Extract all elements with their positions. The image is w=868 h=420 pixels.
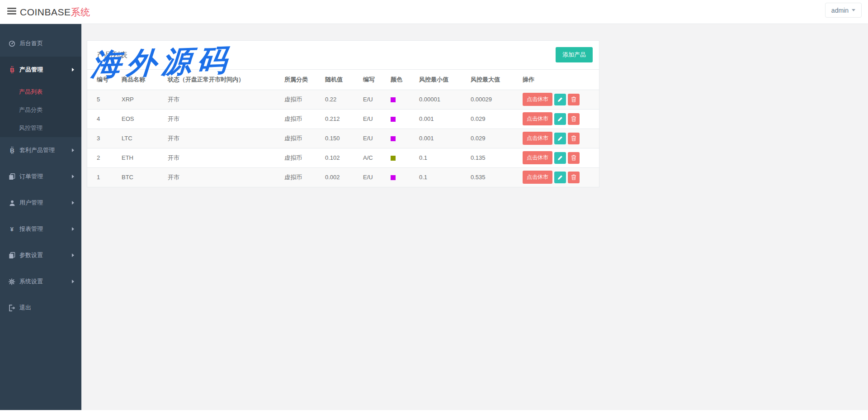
main-content: 海外源码 产品列表 添加产品 编号商品名称状态（开盘正常开市时间内）所属分类随机… (81, 24, 868, 410)
cell-abbr: E/U (359, 129, 387, 148)
sidebar-item-arbitrage-product-management[interactable]: B套利产品管理 (0, 137, 81, 163)
cell-max: 0.029 (467, 109, 519, 129)
sidebar-item-dashboard[interactable]: 后台首页 (0, 30, 81, 57)
cell-category: 虚拟币 (281, 109, 321, 129)
add-product-button[interactable]: 添加产品 (556, 47, 593, 62)
cell-name: ETH (118, 148, 164, 167)
sidebar-subitem-product-list[interactable]: 产品列表 (0, 83, 81, 101)
cell-actions: 点击休市 (519, 167, 599, 187)
toggle-market-button[interactable]: 点击休市 (523, 112, 552, 125)
delete-button[interactable] (568, 113, 580, 125)
cell-random: 0.150 (321, 129, 359, 148)
column-header: 风控最大值 (467, 70, 519, 90)
cell-name: XRP (118, 90, 164, 109)
cell-category: 虚拟币 (281, 148, 321, 167)
column-header: 所属分类 (281, 70, 321, 90)
delete-button[interactable] (568, 152, 580, 164)
column-header: 操作 (519, 70, 599, 90)
chevron-right-icon (72, 201, 74, 205)
cell-abbr: E/U (359, 167, 387, 187)
sidebar-subitem-product-category[interactable]: 产品分类 (0, 101, 81, 119)
sidebar-section-product-management: B产品管理产品列表产品分类风控管理 (0, 57, 81, 137)
cell-id: 5 (87, 90, 118, 109)
cell-min: 0.00001 (415, 90, 467, 109)
column-header: 随机值 (321, 70, 359, 90)
table-row: 1BTC开市虚拟币0.002E/U0.10.535点击休市 (87, 167, 599, 187)
edit-button[interactable] (554, 133, 566, 144)
delete-button[interactable] (568, 133, 580, 144)
sidebar-item-label: 后台首页 (19, 39, 74, 48)
sidebar-item-user-management[interactable]: 用户管理 (0, 190, 81, 216)
sidebar-item-product-management[interactable]: B产品管理 (0, 57, 81, 83)
edit-button[interactable] (554, 94, 566, 105)
sidebar-item-label: 套利产品管理 (19, 146, 72, 154)
cell-actions: 点击休市 (519, 90, 599, 109)
edit-button[interactable] (554, 172, 566, 183)
chevron-right-icon (72, 148, 74, 152)
files-icon (8, 173, 16, 180)
cell-random: 0.102 (321, 148, 359, 167)
sidebar-item-report-management[interactable]: ¥报表管理 (0, 216, 81, 242)
toggle-market-button[interactable]: 点击休市 (523, 93, 552, 106)
product-table: 编号商品名称状态（开盘正常开市时间内）所属分类随机值编写颜色风控最小值风控最大值… (87, 70, 599, 187)
yen-icon: ¥ (8, 226, 16, 233)
cell-min: 0.001 (415, 109, 467, 129)
cell-name: EOS (118, 109, 164, 129)
cell-min: 0.001 (415, 129, 467, 148)
column-header: 商品名称 (118, 70, 164, 90)
sidebar-item-system-settings[interactable]: 系统设置 (0, 268, 81, 295)
sidebar-subitem-risk-management[interactable]: 风控管理 (0, 119, 81, 137)
cell-category: 虚拟币 (281, 90, 321, 109)
toggle-market-button[interactable]: 点击休市 (523, 151, 552, 164)
column-header: 颜色 (387, 70, 415, 90)
cell-status: 开市 (164, 129, 281, 148)
table-body: 5XRP开市虚拟币0.22E/U0.000010.00029点击休市4EOS开市… (87, 90, 599, 187)
cell-min: 0.1 (415, 167, 467, 187)
sidebar: 后台首页B产品管理产品列表产品分类风控管理B套利产品管理订单管理用户管理¥报表管… (0, 24, 81, 410)
sidebar-item-label: 退出 (19, 304, 74, 312)
user-dropdown[interactable]: admin (825, 3, 862, 18)
chevron-right-icon (72, 68, 74, 72)
trash-icon (571, 135, 576, 141)
cell-min: 0.1 (415, 148, 467, 167)
sidebar-item-logout[interactable]: 退出 (0, 295, 81, 321)
color-swatch (391, 117, 396, 122)
color-swatch (391, 97, 396, 102)
cell-id: 3 (87, 129, 118, 148)
gears-icon (8, 278, 16, 285)
sidebar-item-label: 系统设置 (19, 277, 72, 286)
sidebar-item-parameter-settings[interactable]: 参数设置 (0, 242, 81, 268)
menu-toggle-button[interactable] (7, 8, 17, 16)
trash-icon (571, 174, 576, 180)
sidebar-item-order-management[interactable]: 订单管理 (0, 163, 81, 190)
sidebar-item-label: 产品管理 (19, 66, 72, 74)
chevron-right-icon (72, 253, 74, 257)
cell-id: 1 (87, 167, 118, 187)
color-swatch (391, 136, 396, 141)
column-header: 风控最小值 (415, 70, 467, 90)
cell-status: 开市 (164, 167, 281, 187)
delete-button[interactable] (568, 94, 580, 105)
cell-actions: 点击休市 (519, 109, 599, 129)
color-swatch (391, 175, 396, 180)
edit-button[interactable] (554, 152, 566, 164)
cell-name: BTC (118, 167, 164, 187)
table-row: 3LTC开市虚拟币0.150E/U0.0010.029点击休市 (87, 129, 599, 148)
user-name-label: admin (831, 7, 849, 14)
toggle-market-button[interactable]: 点击休市 (523, 132, 552, 145)
chevron-right-icon (72, 280, 74, 283)
brand-primary: COINBASE (20, 7, 71, 17)
cell-id: 4 (87, 109, 118, 129)
cell-random: 0.212 (321, 109, 359, 129)
brand-logo: COINBASE系统 (20, 0, 90, 24)
pencil-icon (557, 175, 563, 180)
brand-secondary: 系统 (71, 7, 90, 17)
cell-max: 0.029 (467, 129, 519, 148)
edit-button[interactable] (554, 113, 566, 125)
sidebar-item-label: 报表管理 (19, 225, 72, 233)
trash-icon (571, 155, 576, 161)
toggle-market-button[interactable]: 点击休市 (523, 171, 552, 184)
delete-button[interactable] (568, 172, 580, 183)
cell-category: 虚拟币 (281, 129, 321, 148)
cell-color (387, 167, 415, 187)
